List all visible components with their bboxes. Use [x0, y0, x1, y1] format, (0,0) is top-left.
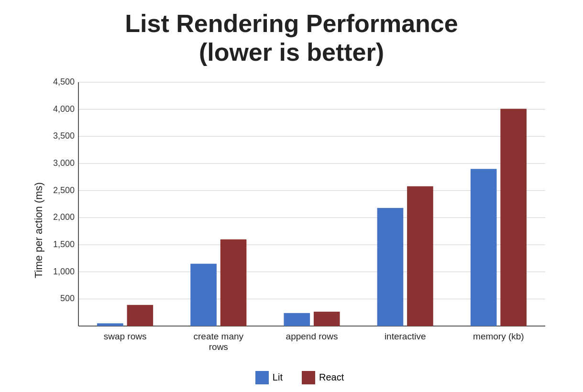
svg-text:memory (kb): memory (kb) [473, 331, 524, 341]
svg-text:500: 500 [60, 294, 74, 303]
svg-text:2,500: 2,500 [53, 185, 74, 195]
title-line2: (lower is better) [199, 38, 384, 66]
legend-react: React [302, 371, 344, 384]
svg-rect-22 [127, 305, 153, 326]
svg-text:swap rows: swap rows [103, 331, 146, 341]
svg-text:append rows: append rows [286, 331, 338, 341]
svg-text:create manyrows: create manyrows [193, 331, 243, 352]
chart-inner: 5001,0001,5002,0002,5003,0003,5004,0004,… [45, 76, 555, 384]
react-label: React [319, 372, 344, 383]
svg-text:3,500: 3,500 [53, 131, 74, 141]
svg-rect-24 [190, 263, 217, 326]
lit-swatch [255, 371, 269, 384]
react-swatch [302, 371, 315, 384]
chart-svg: 5001,0001,5002,0002,5003,0003,5004,0004,… [45, 76, 555, 365]
svg-text:1,000: 1,000 [53, 266, 74, 276]
svg-rect-33 [470, 169, 496, 326]
y-axis-label: Time per action (ms) [29, 76, 45, 384]
svg-rect-30 [377, 208, 403, 326]
svg-rect-25 [220, 239, 246, 326]
svg-rect-34 [500, 109, 527, 326]
legend-lit: Lit [255, 371, 283, 384]
chart-container: List Rendering Performance (lower is bet… [29, 10, 555, 382]
lit-label: Lit [273, 372, 283, 383]
svg-rect-28 [313, 312, 340, 326]
grid-and-bars: 5001,0001,5002,0002,5003,0003,5004,0004,… [45, 76, 555, 365]
svg-text:3,000: 3,000 [53, 158, 74, 168]
svg-rect-27 [284, 313, 310, 326]
chart-title: List Rendering Performance (lower is bet… [125, 10, 458, 67]
title-line1: List Rendering Performance [125, 10, 458, 37]
svg-rect-31 [407, 186, 433, 326]
svg-text:2,000: 2,000 [53, 212, 74, 222]
chart-area: Time per action (ms) 5001,0001,5002,0002… [29, 76, 555, 384]
svg-text:4,000: 4,000 [53, 104, 74, 113]
svg-text:interactive: interactive [384, 331, 426, 341]
legend: Lit React [45, 371, 555, 384]
svg-text:4,500: 4,500 [53, 77, 74, 87]
svg-rect-21 [97, 323, 123, 326]
svg-text:1,500: 1,500 [53, 240, 74, 249]
